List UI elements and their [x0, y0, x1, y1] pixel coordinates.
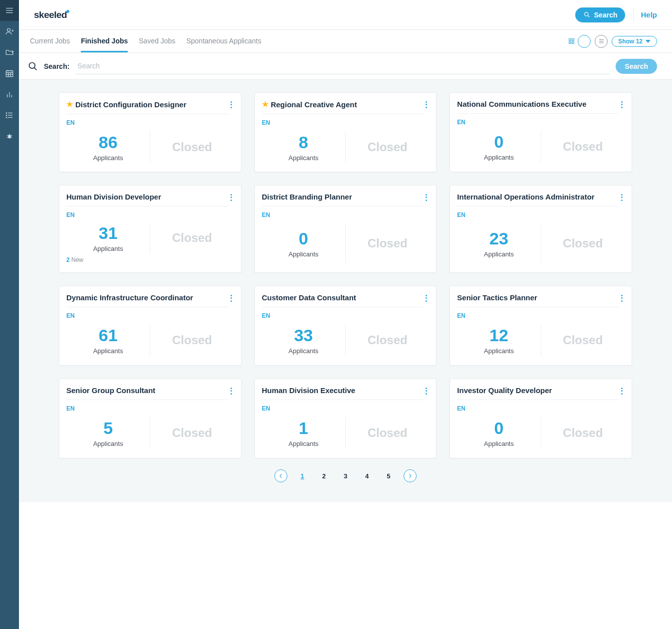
status-badge: Closed: [563, 426, 603, 440]
svg-line-23: [11, 136, 12, 136]
job-card-menu-button[interactable]: [619, 386, 625, 396]
job-card[interactable]: Dynamic Infrastructure CoordinatorEN61Ap…: [59, 286, 241, 366]
language-badge: EN: [262, 312, 430, 319]
language-badge: EN: [457, 119, 625, 126]
job-card[interactable]: Human Division ExecutiveEN1ApplicantsClo…: [254, 379, 437, 458]
sidebar-item-people[interactable]: [0, 21, 19, 42]
applicants-label: Applicants: [93, 440, 123, 447]
status-badge: Closed: [368, 140, 408, 154]
applicants-count: 0: [494, 419, 504, 438]
help-link[interactable]: Help: [633, 7, 657, 22]
job-card[interactable]: Senior Tactics PlannerEN12ApplicantsClos…: [449, 286, 632, 366]
svg-point-3: [7, 28, 10, 31]
job-card-menu-button[interactable]: [228, 293, 234, 303]
status-badge: Closed: [563, 333, 603, 347]
svg-point-18: [6, 115, 7, 116]
language-badge: EN: [262, 119, 430, 126]
page-size-label: Show 12: [618, 38, 643, 45]
job-title: District Branding Planner: [262, 193, 424, 207]
status-badge: Closed: [172, 140, 212, 154]
job-title: Senior Group Consultant: [66, 386, 228, 400]
search-icon: [583, 11, 591, 18]
job-card-menu-button[interactable]: [228, 193, 234, 202]
job-card-menu-button[interactable]: [619, 100, 625, 109]
svg-rect-28: [569, 39, 571, 41]
language-badge: EN: [66, 405, 234, 412]
svg-rect-31: [572, 42, 574, 44]
page-number[interactable]: 4: [363, 471, 371, 481]
job-title: Investor Quality Developer: [457, 386, 619, 400]
tab-current-jobs[interactable]: Current Jobs: [30, 30, 70, 52]
view-grid-button[interactable]: [578, 35, 591, 48]
applicants-count: 61: [99, 326, 118, 345]
sidebar-item-integrations[interactable]: [0, 126, 19, 147]
jobs-grid: ★District Configuration DesignerEN86Appl…: [59, 92, 632, 458]
svg-point-17: [6, 113, 7, 114]
svg-point-35: [29, 62, 35, 68]
job-card[interactable]: District Branding PlannerEN0ApplicantsCl…: [254, 185, 437, 273]
job-title: Senior Tactics Planner: [457, 293, 619, 307]
sidebar-item-calendar[interactable]: [0, 63, 19, 84]
logo-dot-icon: [66, 10, 69, 13]
status-badge: Closed: [172, 426, 212, 440]
applicants-count: 0: [299, 229, 308, 248]
job-card-menu-button[interactable]: [424, 386, 429, 396]
topbar: skeeled Search Help: [19, 0, 672, 30]
page-prev-button[interactable]: [274, 469, 287, 482]
job-card[interactable]: International Operations AdministratorEN…: [449, 185, 632, 273]
page-number[interactable]: 1: [298, 471, 306, 481]
job-card-menu-button[interactable]: [424, 193, 429, 202]
tab-spontaneous-applicants[interactable]: Spontaneous Applicants: [186, 30, 261, 52]
svg-line-24: [7, 137, 8, 138]
job-title: Dynamic Infrastructure Coordinator: [66, 293, 228, 307]
sidebar-item-list[interactable]: [0, 105, 19, 126]
job-card[interactable]: Investor Quality DeveloperEN0ApplicantsC…: [449, 379, 632, 458]
view-list-button[interactable]: [595, 35, 608, 48]
svg-point-26: [584, 12, 588, 16]
applicants-label: Applicants: [288, 250, 318, 258]
page-number[interactable]: 3: [342, 471, 349, 481]
svg-point-20: [8, 135, 11, 139]
job-card-menu-button[interactable]: [228, 100, 234, 109]
tab-saved-jobs[interactable]: Saved Jobs: [139, 30, 175, 52]
job-card[interactable]: National Communications ExecutiveEN0Appl…: [449, 92, 632, 172]
job-card[interactable]: Customer Data ConsultantEN33ApplicantsCl…: [254, 286, 437, 366]
page-number[interactable]: 5: [385, 471, 392, 481]
chevron-down-icon: [646, 40, 651, 43]
applicants-label: Applicants: [288, 440, 318, 447]
applicants-count: 12: [489, 326, 508, 345]
status-badge: Closed: [563, 140, 603, 154]
applicants-label: Applicants: [93, 347, 123, 355]
grid-icon: [568, 38, 575, 44]
page-size-select[interactable]: Show 12: [612, 36, 657, 47]
status-badge: Closed: [368, 236, 408, 250]
search-input[interactable]: [75, 58, 610, 74]
bar-chart-icon: [5, 90, 14, 99]
job-card[interactable]: Senior Group ConsultantEN5ApplicantsClos…: [59, 379, 241, 458]
sidebar-menu-toggle[interactable]: [0, 0, 19, 21]
sidebar-item-analytics[interactable]: [0, 84, 19, 105]
page-next-button[interactable]: [404, 469, 417, 482]
language-badge: EN: [66, 119, 234, 126]
global-search-button[interactable]: Search: [575, 7, 626, 22]
page-number[interactable]: 2: [320, 471, 328, 481]
sidebar-item-jobs[interactable]: [0, 42, 19, 63]
job-card-menu-button[interactable]: [424, 293, 429, 303]
tab-finished-jobs[interactable]: Finished Jobs: [81, 30, 128, 52]
job-card[interactable]: ★District Configuration DesignerEN86Appl…: [59, 92, 241, 172]
job-card-menu-button[interactable]: [228, 386, 234, 396]
job-title: Customer Data Consultant: [262, 293, 424, 307]
svg-rect-4: [6, 71, 13, 77]
search-button[interactable]: Search: [616, 59, 657, 74]
status-badge: Closed: [368, 426, 408, 440]
language-badge: EN: [66, 312, 234, 319]
applicants-count: 23: [489, 229, 508, 248]
job-card-menu-button[interactable]: [619, 293, 625, 303]
job-card[interactable]: Human Division DeveloperEN31ApplicantsCl…: [59, 185, 241, 273]
job-card[interactable]: ★Regional Creative AgentEN8ApplicantsClo…: [254, 92, 437, 172]
pagination: 12345: [59, 469, 632, 482]
job-card-menu-button[interactable]: [424, 100, 429, 109]
applicants-label: Applicants: [93, 245, 123, 252]
search-label: Search:: [44, 62, 69, 70]
job-card-menu-button[interactable]: [619, 193, 625, 202]
